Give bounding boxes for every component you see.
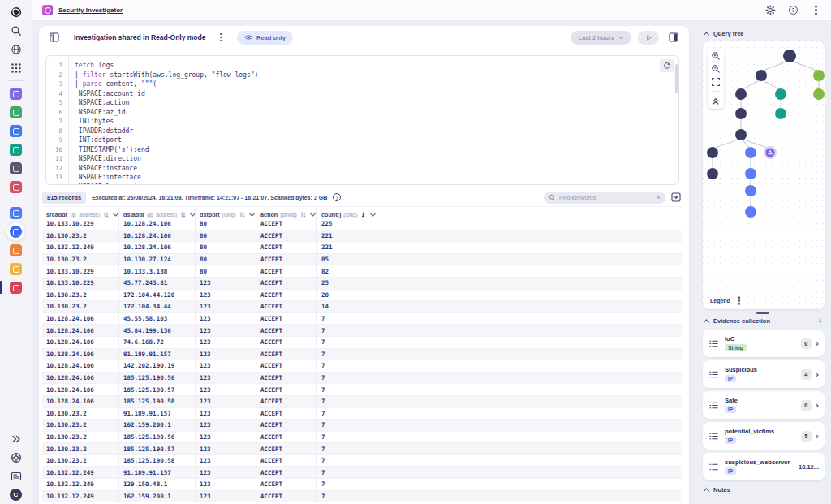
table-cell[interactable]: 10.128.24.106 xyxy=(42,396,118,407)
table-cell[interactable]: 123 xyxy=(195,360,256,372)
table-cell[interactable]: 10.128.24.106 xyxy=(42,360,118,372)
table-cell[interactable]: 123 xyxy=(195,337,256,348)
table-cell[interactable]: 185.125.190.57 xyxy=(118,443,195,454)
table-cell[interactable]: 82 xyxy=(316,265,682,277)
table-cell[interactable]: 10.130.23.2 xyxy=(42,301,118,312)
table-cell[interactable]: ACCEPT xyxy=(256,384,316,395)
table-cell[interactable]: ACCEPT xyxy=(256,242,316,253)
table-cell[interactable]: ACCEPT xyxy=(256,290,316,301)
tree-node-blue[interactable] xyxy=(745,185,756,196)
tree-node-blue[interactable] xyxy=(745,147,756,158)
table-cell[interactable]: 14 xyxy=(316,301,682,312)
table-cell[interactable]: 162.159.200.1 xyxy=(118,420,195,431)
table-cell[interactable]: 123 xyxy=(195,301,256,312)
table-cell[interactable]: 91.189.91.157 xyxy=(118,467,195,478)
table-cell[interactable]: 10.128.24.106 xyxy=(118,230,195,242)
table-row[interactable]: 10.132.12.249162.159.200.1123ACCEPT7 xyxy=(42,491,682,503)
tree-node-blue[interactable] xyxy=(745,168,756,179)
table-cell[interactable]: 10.132.12.249 xyxy=(42,491,118,502)
table-cell[interactable]: ACCEPT xyxy=(256,337,316,348)
table-row[interactable]: 10.128.24.10645.84.199.136123ACCEPT7 xyxy=(42,325,682,337)
notes-header[interactable]: Notes xyxy=(704,486,831,493)
read-only-badge[interactable]: Read only xyxy=(237,31,293,45)
query-tree-canvas[interactable]: Legend xyxy=(703,41,825,309)
table-cell[interactable]: 7 xyxy=(316,373,682,384)
legend-kebab-icon[interactable] xyxy=(738,299,741,302)
more-kebab-icon[interactable] xyxy=(811,5,821,15)
table-row[interactable]: 10.133.10.22945.77.243.81123ACCEPT25 xyxy=(42,278,682,290)
table-cell[interactable]: 10.128.24.106 xyxy=(42,313,118,325)
table-cell[interactable]: 85 xyxy=(316,254,682,265)
table-cell[interactable]: ACCEPT xyxy=(256,479,316,490)
table-row[interactable]: 10.130.23.2172.104.34.44123ACCEPT14 xyxy=(42,301,682,313)
table-row[interactable]: 10.132.12.24910.128.24.10680ACCEPT221 xyxy=(42,242,682,254)
tree-node-green[interactable] xyxy=(813,70,825,81)
tree-node-teal[interactable] xyxy=(775,88,786,100)
refresh-query-button[interactable] xyxy=(660,59,674,72)
table-cell[interactable]: 123 xyxy=(195,373,256,384)
clear-search-icon[interactable]: × xyxy=(657,194,661,201)
table-cell[interactable]: ACCEPT xyxy=(256,313,316,325)
run-query-button[interactable] xyxy=(638,31,659,45)
panel-resize-handle[interactable] xyxy=(756,312,769,314)
dql-query-editor[interactable]: 1fetch logs2| filter startsWith(aws.log_… xyxy=(45,55,679,185)
evidence-card-suspicious_webserver[interactable]: suspicious_webserverIP10.12... xyxy=(703,453,825,480)
sidebar-item-expand-rail[interactable] xyxy=(0,429,32,448)
table-cell[interactable]: 123 xyxy=(195,443,256,454)
table-cell[interactable]: 7 xyxy=(316,337,682,348)
table-row[interactable]: 10.128.24.106142.202.190.19123ACCEPT7 xyxy=(42,360,682,373)
tree-node-dark[interactable] xyxy=(735,129,747,140)
sidebar-item-app-green-dashboard[interactable] xyxy=(0,103,32,122)
table-cell[interactable]: 7 xyxy=(316,408,682,420)
table-cell[interactable]: 123 xyxy=(195,290,256,301)
table-cell[interactable]: 7 xyxy=(316,443,682,454)
sidebar-item-app-security-alert[interactable] xyxy=(0,278,32,297)
table-cell[interactable]: 10.132.12.249 xyxy=(42,467,118,478)
sidebar-item-app-yellow-notebook[interactable] xyxy=(0,260,32,278)
table-cell[interactable]: 10.130.23.2 xyxy=(42,408,118,420)
table-row[interactable]: 10.128.24.106185.125.190.57123ACCEPT7 xyxy=(42,384,682,396)
tree-node-green[interactable] xyxy=(813,88,825,100)
table-row[interactable]: 10.132.12.249129.150.48.1123ACCEPT7 xyxy=(42,479,682,491)
evidence-card-suspicious[interactable]: SuspiciousIP4› xyxy=(703,360,825,388)
sidebar-item-dynatrace-logo[interactable] xyxy=(0,2,32,21)
table-cell[interactable]: 185.125.190.57 xyxy=(118,384,195,395)
table-cell[interactable]: 45.84.199.136 xyxy=(118,325,195,336)
table-row[interactable]: 10.130.23.2185.125.190.57123ACCEPT7 xyxy=(42,443,682,455)
query-tree-header[interactable]: Query tree xyxy=(704,30,831,37)
table-row[interactable]: 10.130.23.2185.125.190.58123ACCEPT7 xyxy=(42,455,682,467)
table-cell[interactable]: 45.77.243.81 xyxy=(118,278,195,289)
table-cell[interactable]: 10.128.24.106 xyxy=(118,218,195,230)
table-cell[interactable]: 7 xyxy=(316,384,682,395)
table-cell[interactable]: 10.130.23.2 xyxy=(42,420,118,431)
table-cell[interactable]: 80 xyxy=(195,254,256,265)
tree-node-dark[interactable] xyxy=(783,50,796,62)
table-row[interactable]: 10.130.23.210.128.24.10680ACCEPT221 xyxy=(42,230,682,243)
table-cell[interactable]: 7 xyxy=(316,420,682,431)
table-cell[interactable]: 185.125.190.58 xyxy=(118,455,195,467)
add-evidence-button[interactable]: + xyxy=(818,317,823,325)
table-cell[interactable]: 10.133.10.229 xyxy=(42,278,118,289)
table-row[interactable]: 10.133.10.22910.128.24.10680ACCEPT225 xyxy=(42,218,682,230)
tree-node-teal[interactable] xyxy=(775,108,786,119)
table-cell[interactable]: ACCEPT xyxy=(256,467,316,478)
sidebar-item-app-blue-layers[interactable] xyxy=(0,204,32,222)
table-cell[interactable]: ACCEPT xyxy=(256,373,316,384)
sidebar-item-app-teal-sync[interactable] xyxy=(0,140,32,159)
sidebar-item-apps-grid[interactable] xyxy=(0,58,32,77)
table-cell[interactable]: 25 xyxy=(316,278,682,289)
table-cell[interactable]: 10.128.24.106 xyxy=(42,373,118,384)
table-row[interactable]: 10.128.24.10645.55.58.103123ACCEPT7 xyxy=(42,313,682,325)
table-cell[interactable]: 10.128.24.106 xyxy=(42,325,118,336)
settings-gear-icon[interactable] xyxy=(765,5,776,15)
table-cell[interactable]: 10.128.24.106 xyxy=(118,242,195,253)
fit-view-icon[interactable] xyxy=(710,76,721,88)
table-cell[interactable]: 162.159.200.1 xyxy=(118,491,195,502)
chevron-right-icon[interactable]: › xyxy=(816,339,819,348)
sidebar-item-whats-new[interactable] xyxy=(0,467,32,485)
table-cell[interactable]: 221 xyxy=(316,242,682,253)
toggle-right-panel-icon[interactable] xyxy=(669,32,678,42)
table-cell[interactable]: 123 xyxy=(195,384,256,395)
zoom-out-icon[interactable] xyxy=(710,63,721,75)
sidebar-item-app-blue-circle[interactable] xyxy=(0,222,32,241)
